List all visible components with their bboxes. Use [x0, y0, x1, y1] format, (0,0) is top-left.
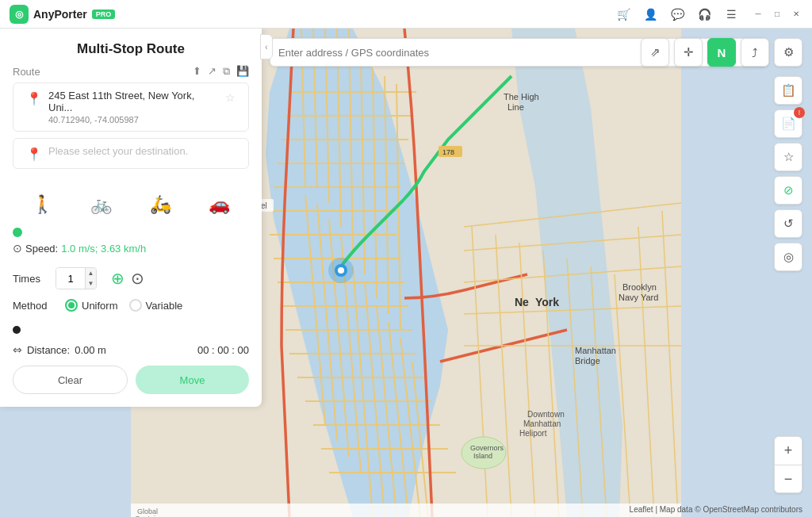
- times-input[interactable]: [56, 268, 85, 289]
- location-coords: 40.712940, -74.005987: [48, 115, 219, 124]
- settings-icon-btn[interactable]: ⚙: [774, 38, 802, 67]
- collapse-arrow-icon[interactable]: ‹: [260, 34, 273, 59]
- times-down-spinner[interactable]: ▼: [85, 278, 96, 289]
- favorite-star-icon[interactable]: ☆: [225, 91, 236, 104]
- map-attribution: Leaflet | Map data © OpenStreetMap contr…: [630, 505, 802, 514]
- route-save-icon[interactable]: 💾: [236, 65, 249, 78]
- location-row: 📍 245 East 11th Street, New York, Uni...…: [13, 82, 249, 132]
- headset-icon[interactable]: 🎧: [696, 6, 712, 22]
- titlebar-icons: 🛒 👤 💬 🎧 ☰: [615, 6, 739, 22]
- svg-text:Downtown: Downtown: [527, 410, 565, 419]
- uniform-radio-inner: [68, 302, 75, 308]
- svg-text:The High: The High: [504, 92, 539, 101]
- times-up-spinner[interactable]: ▲: [85, 268, 96, 278]
- svg-text:Brooklyn: Brooklyn: [622, 282, 657, 292]
- svg-text:York: York: [535, 296, 559, 308]
- share-icon-btn[interactable]: ⇗: [641, 38, 669, 67]
- panel-title: Multi-Stop Route: [13, 41, 249, 57]
- zoom-in-button[interactable]: +: [774, 436, 802, 465]
- black-dot-row: [0, 320, 262, 340]
- variable-label: Variable: [146, 300, 183, 312]
- method-row: Method Uniform Variable: [0, 294, 262, 320]
- pro-badge: PRO: [92, 10, 116, 19]
- main-area: Holland Tunnel Hoboken The High Line Ne …: [0, 29, 812, 517]
- save-map-icon[interactable]: 📋: [774, 76, 802, 105]
- distance-value: 0.00 m: [75, 344, 106, 356]
- route-copy-icon[interactable]: ⧉: [223, 65, 230, 78]
- endpoint-dot: [13, 326, 21, 334]
- copy-map-icon[interactable]: 📄 !: [774, 109, 802, 138]
- titlebar: ◎ AnyPorter PRO 🛒 👤 💬 🎧 ☰ ─ □ ✕: [0, 0, 812, 29]
- svg-text:Line: Line: [508, 102, 524, 112]
- car-icon[interactable]: 🚗: [202, 191, 236, 218]
- loop-forward-icon[interactable]: ⊕: [111, 269, 124, 288]
- distance-row: ⇔ Distance: 0.00 m 00 : 00 : 00: [0, 340, 262, 366]
- location-icon[interactable]: ◎: [774, 243, 802, 271]
- speed-indicator-dot: [13, 228, 22, 237]
- speed-value: 1.0 m/s; 3.63 km/h: [61, 243, 146, 255]
- minimize-button[interactable]: ─: [752, 8, 764, 21]
- loop-back-icon[interactable]: ⊙: [131, 269, 144, 288]
- destination-info: Please select your destination.: [48, 145, 236, 157]
- panel-header: Multi-Stop Route ‹: [0, 29, 262, 65]
- svg-rect-83: [131, 504, 681, 517]
- location-name: 245 East 11th Street, New York, Uni...: [48, 90, 219, 113]
- time-display: 00 : 00 : 00: [197, 344, 249, 356]
- svg-text:Governors: Governors: [470, 444, 504, 452]
- svg-text:178: 178: [442, 148, 454, 156]
- route-icon-btn[interactable]: ⤴: [741, 38, 769, 67]
- cart-icon[interactable]: 🛒: [615, 6, 631, 22]
- route-export-icon[interactable]: ↗: [208, 65, 216, 78]
- walk-icon[interactable]: 🚶: [25, 191, 59, 218]
- route-actions: ⬆ ↗ ⧉ 💾: [193, 65, 249, 78]
- times-label: Times: [13, 273, 48, 285]
- copy-badge: !: [794, 107, 805, 118]
- speed-row: ⊙ Speed: 1.0 m/s; 3.63 km/h: [0, 242, 262, 262]
- north-icon-btn[interactable]: N: [707, 38, 736, 67]
- left-panel: Multi-Stop Route ‹ Route ⬆ ↗ ⧉ 💾 📍: [0, 29, 262, 407]
- uniform-option[interactable]: Uniform: [65, 299, 118, 312]
- history-icon[interactable]: ↺: [774, 209, 802, 238]
- move-map-icon-btn[interactable]: ✛: [674, 38, 703, 67]
- route-section: Route ⬆ ↗ ⧉ 💾: [0, 65, 262, 78]
- svg-text:Manhattan: Manhattan: [523, 419, 561, 428]
- cycle-icon[interactable]: 🚲: [84, 191, 118, 218]
- menu-icon[interactable]: ☰: [723, 6, 739, 22]
- loop-icons: ⊕ ⊙: [111, 269, 144, 288]
- moped-icon[interactable]: 🛵: [144, 191, 178, 218]
- action-buttons: Clear Move: [0, 366, 262, 394]
- speed-dot-row: [0, 228, 262, 242]
- route-label-row: Route ⬆ ↗ ⧉ 💾: [13, 65, 249, 78]
- svg-text:Navy Yard: Navy Yard: [619, 293, 658, 302]
- zoom-controls: + −: [774, 436, 802, 493]
- window-controls: ─ □ ✕: [752, 8, 802, 21]
- variable-radio[interactable]: [129, 299, 142, 312]
- times-row: Times ▲ ▼ ⊕ ⊙: [0, 262, 262, 294]
- speed-label: Speed:: [25, 243, 58, 255]
- app-logo: ◎: [10, 5, 29, 24]
- app-name: AnyPorter: [33, 8, 87, 21]
- map-right-sidebar: 📋 📄 ! ☆ ⊘ ↺ ◎: [774, 76, 802, 271]
- distance-icon: ⇔: [13, 343, 22, 356]
- clear-button[interactable]: Clear: [13, 366, 128, 394]
- dest-pin-icon: 📍: [26, 147, 42, 162]
- user-icon[interactable]: 👤: [642, 6, 658, 22]
- variable-option[interactable]: Variable: [129, 299, 183, 312]
- speedometer-icon: ⊙: [13, 242, 22, 255]
- svg-text:Ne: Ne: [515, 296, 529, 308]
- route-up-icon[interactable]: ⬆: [193, 65, 201, 78]
- close-button[interactable]: ✕: [790, 8, 802, 21]
- transport-row: 🚶 🚲 🛵 🚗: [0, 182, 262, 228]
- location-info: 245 East 11th Street, New York, Uni... 4…: [48, 90, 219, 124]
- uniform-radio[interactable]: [65, 299, 78, 312]
- chat-icon[interactable]: 💬: [669, 6, 685, 22]
- svg-point-65: [338, 267, 344, 274]
- no-entry-icon[interactable]: ⊘: [774, 176, 802, 205]
- star-map-icon[interactable]: ☆: [774, 143, 802, 171]
- map-top-right-controls: ⇗ ✛ N ⤴ ⚙: [641, 38, 802, 67]
- zoom-out-button[interactable]: −: [774, 465, 802, 493]
- pin-icon: 📍: [26, 91, 42, 106]
- move-button[interactable]: Move: [136, 366, 249, 394]
- svg-text:Bridge: Bridge: [575, 356, 600, 366]
- maximize-button[interactable]: □: [771, 8, 783, 21]
